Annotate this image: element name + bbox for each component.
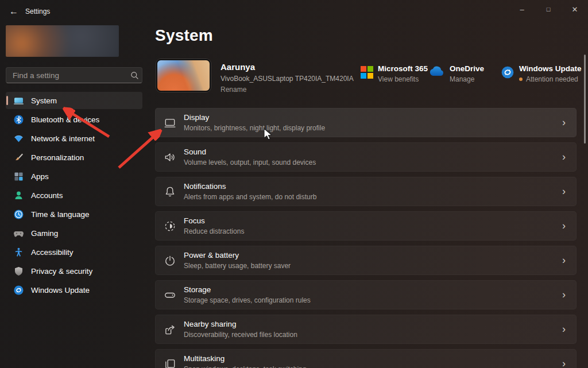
- quicklink-title: OneDrive: [450, 64, 484, 73]
- row-multitasking[interactable]: Multitasking Snap windows, desktops, tas…: [155, 349, 577, 368]
- blurred-avatar-image: [6, 25, 119, 57]
- chevron-right-icon: ›: [562, 150, 566, 162]
- row-sound[interactable]: Sound Volume levels, output, input, soun…: [155, 142, 577, 172]
- quicklink-title: Windows Update: [519, 64, 582, 73]
- row-title: Display: [184, 113, 325, 122]
- row-storage[interactable]: Storage Storage space, drives, configura…: [155, 280, 577, 309]
- row-subtitle: Monitors, brightness, night light, displ…: [184, 124, 325, 132]
- sidebar-item-bluetooth-devices[interactable]: Bluetooth & devices: [6, 111, 142, 128]
- close-button[interactable]: ✕: [562, 0, 588, 18]
- chevron-right-icon: ›: [562, 254, 566, 266]
- accounts-icon: [14, 191, 24, 200]
- windows-update-badge-icon: [501, 66, 514, 81]
- row-title: Power & battery: [184, 251, 291, 259]
- row-subtitle: Storage space, drives, configuration rul…: [184, 296, 311, 304]
- storage-drive-icon: [164, 289, 176, 301]
- row-notifications[interactable]: Notifications Alerts from apps and syste…: [155, 177, 577, 206]
- sidebar-item-network-internet[interactable]: Network & internet: [6, 130, 142, 147]
- chevron-right-icon: ›: [562, 116, 566, 128]
- sidebar-item-label: Time & language: [31, 210, 90, 219]
- quicklink-windows-update[interactable]: Windows Update Attention needed: [501, 64, 582, 83]
- page-title: System: [155, 26, 213, 45]
- sidebar-item-apps[interactable]: Apps: [6, 168, 142, 185]
- row-nearby-sharing[interactable]: Nearby sharing Discoverability, received…: [155, 315, 577, 344]
- device-model: VivoBook_ASUSLaptop TP420IA_TM420IA: [220, 75, 354, 83]
- sidebar-item-personalization[interactable]: Personalization: [6, 149, 142, 166]
- focus-icon: [164, 220, 176, 233]
- device-name: Aarunya: [220, 62, 354, 72]
- personalization-icon: [14, 153, 24, 162]
- display-icon: [164, 117, 176, 129]
- user-profile-blurred[interactable]: [6, 25, 119, 57]
- row-title: Sound: [184, 148, 316, 156]
- search-icon: [127, 71, 142, 80]
- sidebar-item-label: Personalization: [31, 153, 84, 162]
- sidebar-item-label: Apps: [31, 172, 49, 181]
- window-title: Settings: [25, 7, 50, 16]
- nearby-sharing-icon: [164, 323, 176, 336]
- sidebar-nav: System Bluetooth & devices Network & int…: [6, 92, 142, 300]
- sidebar-item-accounts[interactable]: Accounts: [6, 187, 142, 204]
- back-button[interactable]: ←: [6, 5, 22, 18]
- chevron-right-icon: ›: [562, 357, 566, 368]
- network-icon: [14, 134, 24, 144]
- row-subtitle: Discoverability, received files location: [184, 331, 297, 339]
- sidebar-item-label: Accessibility: [31, 248, 74, 257]
- quicklink-subtitle: Attention needed: [526, 75, 578, 83]
- rename-link[interactable]: Rename: [220, 86, 354, 94]
- sound-icon: [164, 151, 176, 164]
- device-thumbnail-image: [156, 59, 211, 92]
- gaming-icon: [14, 228, 24, 238]
- row-title: Notifications: [184, 182, 316, 191]
- quicklink-subtitle[interactable]: View benefits: [378, 75, 428, 83]
- sidebar-item-label: Windows Update: [31, 286, 90, 295]
- quicklink-onedrive[interactable]: OneDrive Manage: [428, 64, 484, 83]
- sidebar-item-system[interactable]: System: [6, 92, 142, 109]
- privacy-shield-icon: [14, 266, 24, 276]
- row-subtitle: Volume levels, output, input, sound devi…: [184, 158, 316, 166]
- windows-update-icon: [14, 285, 24, 295]
- settings-window: { "titlebar": { "title": "Settings", "ba…: [0, 0, 588, 368]
- search-input[interactable]: [6, 71, 127, 80]
- search-box[interactable]: [6, 67, 142, 83]
- onedrive-cloud-icon: [428, 66, 444, 79]
- row-title: Nearby sharing: [184, 320, 297, 328]
- attention-status-dot: [519, 78, 523, 81]
- sidebar-item-accessibility[interactable]: Accessibility: [6, 243, 142, 261]
- accessibility-icon: [14, 247, 24, 257]
- row-focus[interactable]: Focus Reduce distractions ›: [155, 211, 577, 241]
- quicklink-microsoft-365[interactable]: Microsoft 365 View benefits: [361, 64, 428, 83]
- sidebar-item-gaming[interactable]: Gaming: [6, 224, 142, 242]
- bluetooth-icon: [14, 115, 24, 125]
- row-title: Storage: [184, 285, 311, 294]
- sidebar-item-label: Bluetooth & devices: [31, 115, 99, 124]
- minimize-button[interactable]: –: [509, 0, 535, 18]
- sidebar-item-label: Gaming: [31, 229, 58, 238]
- notifications-bell-icon: [164, 185, 176, 198]
- maximize-button[interactable]: □: [535, 0, 562, 18]
- row-power-battery[interactable]: Power & battery Sleep, battery usage, ba…: [155, 246, 577, 275]
- vertical-scrollbar-thumb[interactable]: [584, 55, 586, 144]
- chevron-right-icon: ›: [562, 219, 566, 231]
- sidebar-item-windows-update[interactable]: Windows Update: [6, 281, 142, 299]
- row-subtitle: Snap windows, desktops, task switching: [184, 365, 306, 368]
- quicklink-title: Microsoft 365: [378, 64, 428, 73]
- row-subtitle: Reduce distractions: [184, 227, 244, 235]
- row-display[interactable]: Display Monitors, brightness, night ligh…: [155, 108, 577, 137]
- sidebar: System Bluetooth & devices Network & int…: [0, 23, 149, 368]
- settings-list: Display Monitors, brightness, night ligh…: [155, 108, 577, 368]
- row-title: Focus: [184, 216, 244, 225]
- sidebar-item-label: Privacy & security: [31, 267, 92, 276]
- sidebar-item-label: System: [31, 96, 57, 105]
- sidebar-item-privacy-security[interactable]: Privacy & security: [6, 262, 142, 280]
- row-subtitle: Alerts from apps and system, do not dist…: [184, 193, 316, 201]
- quicklink-subtitle[interactable]: Manage: [450, 75, 484, 83]
- sidebar-item-time-language[interactable]: Time & language: [6, 206, 142, 223]
- chevron-right-icon: ›: [562, 288, 566, 300]
- chevron-right-icon: ›: [562, 323, 566, 335]
- chevron-right-icon: ›: [562, 185, 566, 197]
- titlebar: ← Settings – □ ✕: [0, 0, 588, 23]
- multitasking-icon: [164, 358, 176, 368]
- time-language-icon: [14, 210, 24, 219]
- system-icon: [14, 96, 24, 106]
